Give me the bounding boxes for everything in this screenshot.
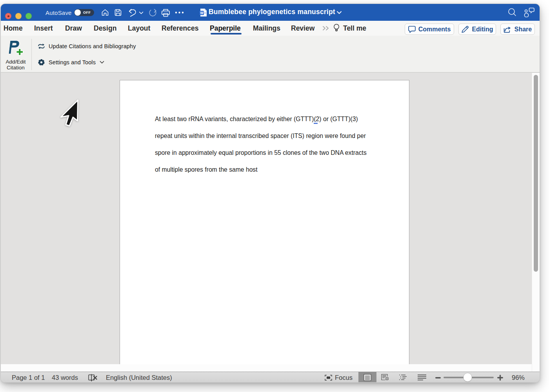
svg-text:W: W xyxy=(200,11,204,15)
